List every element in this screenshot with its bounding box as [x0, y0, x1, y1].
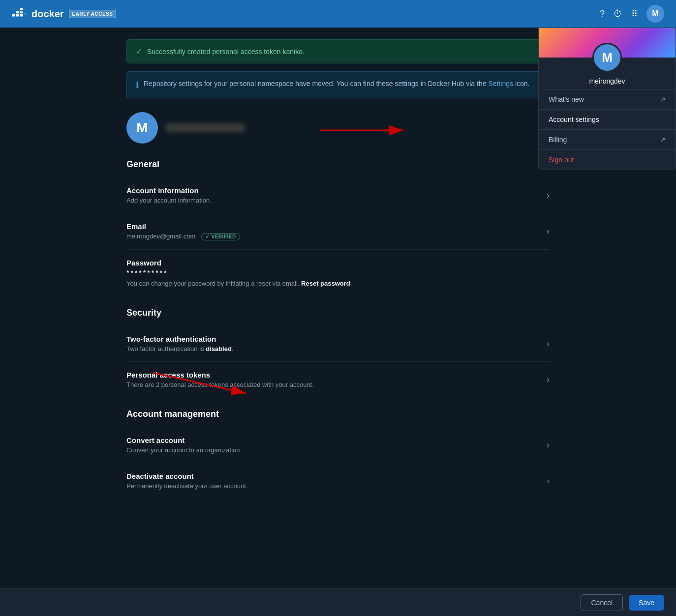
two-factor-desc: Two factor authentication is disabled.	[126, 345, 541, 352]
navbar: docker EARLY ACCESS ? ⏱ ⠿ M	[0, 0, 676, 28]
password-content: Password ********** You can change your …	[126, 259, 550, 287]
email-title: Email	[126, 222, 541, 231]
password-desc: You can change your password by initiati…	[126, 280, 550, 287]
two-factor-content: Two-factor authentication Two factor aut…	[126, 335, 541, 352]
navbar-right: ? ⏱ ⠿ M	[600, 5, 664, 23]
account-information-content: Account information Add your account inf…	[126, 186, 541, 204]
info-icon: ℹ	[136, 79, 139, 91]
security-section-title: Security	[126, 308, 550, 318]
account-management-title: Account management	[126, 409, 550, 419]
svg-rect-3	[16, 11, 19, 13]
main-content: ✓ Successfully created personal access t…	[117, 28, 559, 510]
email-value: meirongdev@gmail.com	[126, 233, 195, 240]
save-button[interactable]: Save	[629, 595, 664, 611]
svg-rect-1	[16, 14, 19, 17]
clock-icon[interactable]: ⏱	[614, 9, 622, 19]
password-title: Password	[126, 259, 550, 267]
security-section: Security Two-factor authentication Two f…	[126, 308, 550, 397]
brand-name: docker	[31, 8, 64, 20]
account-management-section: Account management Convert account Conve…	[126, 409, 550, 499]
dropdown-account-settings[interactable]: Account settings	[539, 110, 676, 130]
username-blurred	[166, 123, 245, 132]
verified-badge: ✓ VERIFIED	[201, 233, 240, 240]
account-information-desc: Add your account information.	[126, 197, 541, 204]
chevron-icon-account: ›	[547, 190, 550, 201]
docker-icon	[12, 8, 28, 20]
email-item[interactable]: Email meirongdev@gmail.com ✓ VERIFIED ›	[126, 213, 550, 250]
navbar-left: docker EARLY ACCESS	[12, 8, 116, 20]
chevron-icon-2fa: ›	[547, 339, 550, 349]
info-text: Repository settings for your personal na…	[144, 79, 529, 89]
dropdown-billing[interactable]: Billing ↗	[539, 130, 676, 150]
convert-account-item[interactable]: Convert account Convert your account to …	[126, 427, 550, 463]
whats-new-label: What's new	[549, 95, 584, 103]
verified-label: VERIFIED	[211, 234, 236, 239]
dropdown-header: M	[539, 28, 676, 72]
email-content: Email meirongdev@gmail.com ✓ VERIFIED	[126, 222, 541, 240]
personal-access-tokens-content: Personal access tokens There are 2 perso…	[126, 371, 541, 388]
docker-logo: docker	[12, 8, 64, 20]
user-profile-row: M	[126, 112, 550, 144]
account-information-item[interactable]: Account information Add your account inf…	[126, 177, 550, 213]
deactivate-account-content: Deactivate account Permanently deactivat…	[126, 472, 541, 490]
verified-check-icon: ✓	[205, 234, 210, 239]
convert-account-title: Convert account	[126, 436, 541, 444]
reset-password-link[interactable]: Reset password	[301, 280, 350, 287]
account-information-title: Account information	[126, 186, 541, 195]
sign-out-label: Sign out	[549, 156, 574, 164]
success-text: Successfully created personal access tok…	[147, 48, 305, 56]
success-icon: ✓	[136, 47, 142, 56]
personal-access-tokens-title: Personal access tokens	[126, 371, 541, 379]
general-section: General Account information Add your acc…	[126, 159, 550, 296]
dropdown-avatar: M	[592, 43, 622, 72]
personal-access-tokens-item[interactable]: Personal access tokens There are 2 perso…	[126, 362, 550, 397]
two-factor-title: Two-factor authentication	[126, 335, 541, 343]
two-factor-item[interactable]: Two-factor authentication Two factor aut…	[126, 326, 550, 362]
info-notification: ℹ Repository settings for your personal …	[126, 71, 550, 98]
help-icon[interactable]: ?	[600, 9, 605, 19]
dropdown-username: meirongdev	[539, 72, 676, 89]
user-avatar-large: M	[126, 112, 158, 144]
convert-account-content: Convert account Convert your account to …	[126, 436, 541, 454]
general-section-title: General	[126, 159, 550, 170]
chevron-icon-convert: ›	[547, 440, 550, 450]
chevron-icon-deactivate: ›	[547, 476, 550, 486]
two-factor-status: disabled	[206, 345, 232, 352]
deactivate-account-title: Deactivate account	[126, 472, 541, 480]
chevron-icon-pat: ›	[547, 375, 550, 385]
billing-label: Billing	[549, 136, 567, 144]
dropdown-menu: M meirongdev What's new ↗ Account settin…	[538, 28, 676, 170]
password-dots: **********	[126, 269, 550, 277]
svg-rect-0	[12, 14, 15, 17]
dropdown-whats-new[interactable]: What's new ↗	[539, 89, 676, 110]
cancel-button[interactable]: Cancel	[581, 594, 623, 611]
convert-account-desc: Convert your account to an organization.	[126, 446, 541, 454]
email-desc: meirongdev@gmail.com ✓ VERIFIED	[126, 233, 541, 240]
settings-link[interactable]: Settings	[488, 80, 513, 88]
grid-icon[interactable]: ⠿	[631, 8, 638, 19]
deactivate-account-desc: Permanently deactivate your user account…	[126, 482, 541, 490]
chevron-icon-email: ›	[547, 226, 550, 236]
password-item: Password ********** You can change your …	[126, 250, 550, 296]
whats-new-external-icon: ↗	[660, 95, 666, 103]
deactivate-account-item[interactable]: Deactivate account Permanently deactivat…	[126, 463, 550, 499]
svg-rect-5	[20, 8, 23, 10]
dropdown-sign-out[interactable]: Sign out	[539, 150, 676, 170]
personal-access-tokens-desc: There are 2 personal access tokens assoc…	[126, 381, 541, 388]
success-notification: ✓ Successfully created personal access t…	[126, 39, 550, 63]
bottom-bar: Cancel Save	[0, 588, 676, 616]
svg-rect-2	[20, 14, 23, 17]
billing-external-icon: ↗	[660, 136, 666, 144]
user-avatar-nav[interactable]: M	[646, 5, 664, 23]
account-settings-label: Account settings	[549, 116, 599, 123]
early-access-badge: EARLY ACCESS	[69, 10, 117, 18]
